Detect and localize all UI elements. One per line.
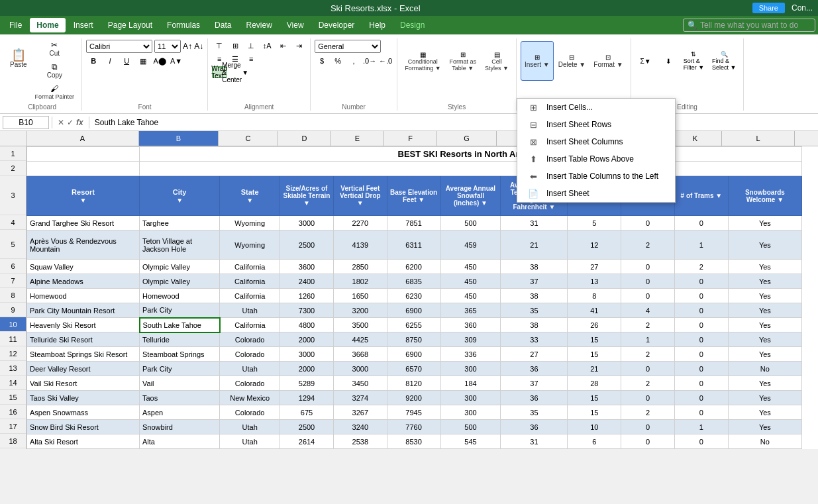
format-painter-button[interactable]: 🖌 Format Painter xyxy=(32,82,78,102)
data-cell[interactable]: 0 xyxy=(675,216,729,230)
data-cell[interactable]: Colorado xyxy=(220,332,280,347)
menu-view[interactable]: View xyxy=(280,18,311,32)
align-right-button[interactable]: ≡ xyxy=(244,53,258,65)
fill-button[interactable]: ⬇ xyxy=(658,41,679,81)
data-cell[interactable]: 6900 xyxy=(387,347,440,362)
data-cell[interactable]: 0 xyxy=(675,318,729,332)
data-cell[interactable]: Yes xyxy=(728,347,801,362)
data-cell[interactable]: 15 xyxy=(568,391,621,405)
underline-button[interactable]: U xyxy=(119,55,134,67)
row-header-6[interactable]: 6 xyxy=(0,259,26,274)
data-cell[interactable]: 2 xyxy=(621,318,675,332)
data-cell[interactable]: Park City Mountain Resort xyxy=(27,303,140,318)
data-cell[interactable]: Utah xyxy=(220,434,280,449)
data-cell[interactable]: Telluride xyxy=(140,332,220,347)
row-header-16[interactable]: 16 xyxy=(0,405,26,419)
data-cell[interactable]: 21 xyxy=(501,230,568,260)
data-cell[interactable]: 3000 xyxy=(280,347,334,362)
data-cell[interactable]: Yes xyxy=(728,230,801,260)
number-format-select[interactable]: General xyxy=(315,40,381,53)
data-cell[interactable]: 41 xyxy=(568,303,621,318)
sum-button[interactable]: Σ▼ xyxy=(635,41,656,81)
border-button[interactable]: ▦ xyxy=(136,55,150,67)
data-cell[interactable]: 500 xyxy=(440,216,501,230)
insert-sheet-rows-item[interactable]: ⊟ Insert Sheet Rows xyxy=(517,116,675,133)
indent-increase-button[interactable]: ⇥ xyxy=(291,40,306,52)
row-header-5[interactable]: 5 xyxy=(0,230,26,259)
merge-center-button[interactable]: Merge & Center ▼ xyxy=(228,66,242,78)
data-cell[interactable]: 31 xyxy=(501,216,568,230)
data-cell[interactable]: 9200 xyxy=(387,391,440,405)
data-cell[interactable]: 4800 xyxy=(280,318,334,332)
data-cell[interactable]: 0 xyxy=(675,332,729,347)
data-cell[interactable]: 26 xyxy=(568,318,621,332)
row-header-14[interactable]: 14 xyxy=(0,376,26,390)
data-cell[interactable]: Targhee xyxy=(140,216,220,230)
row-header-15[interactable]: 15 xyxy=(0,390,26,405)
data-cell[interactable]: 0 xyxy=(675,434,729,449)
percent-button[interactable]: % xyxy=(331,55,345,67)
cut-button[interactable]: ✂ Cut xyxy=(32,38,78,59)
data-cell[interactable]: 2 xyxy=(621,230,675,260)
data-cell[interactable]: 0 xyxy=(675,362,729,376)
row-header-11[interactable]: 11 xyxy=(0,332,26,346)
delete-button[interactable]: ⊟ Delete ▼ xyxy=(555,41,589,81)
data-cell[interactable]: 6255 xyxy=(387,318,440,332)
data-cell[interactable]: 8 xyxy=(568,289,621,303)
data-cell[interactable]: 2538 xyxy=(333,434,387,449)
data-cell[interactable]: Aspen xyxy=(140,405,220,420)
data-cell[interactable]: 0 xyxy=(675,391,729,405)
data-cell[interactable]: 300 xyxy=(440,391,501,405)
indent-decrease-button[interactable]: ⇤ xyxy=(276,40,290,52)
font-size-increase[interactable]: A↑ xyxy=(183,42,192,51)
data-cell[interactable]: Alta Ski Resort xyxy=(27,434,140,449)
data-cell[interactable]: 0 xyxy=(621,274,675,289)
data-cell[interactable]: 31 xyxy=(501,434,568,449)
col-header-d[interactable]: D xyxy=(278,131,331,146)
data-cell[interactable]: Taos Ski Valley xyxy=(27,391,140,405)
data-cell[interactable]: 500 xyxy=(440,420,501,434)
data-cell[interactable]: 0 xyxy=(621,391,675,405)
data-cell[interactable]: Squaw Valley xyxy=(27,260,140,274)
data-cell[interactable]: 450 xyxy=(440,260,501,274)
col-header-a[interactable]: A xyxy=(26,131,139,146)
data-cell[interactable]: 6230 xyxy=(387,289,440,303)
data-cell[interactable]: 10 xyxy=(568,420,621,434)
font-color-button[interactable]: A▼ xyxy=(169,55,183,67)
menu-review[interactable]: Review xyxy=(239,18,278,32)
data-cell[interactable]: 545 xyxy=(440,434,501,449)
data-cell[interactable]: 2 xyxy=(675,260,729,274)
data-cell[interactable]: 2850 xyxy=(333,260,387,274)
data-cell[interactable]: Yes xyxy=(728,303,801,318)
data-cell[interactable]: Utah xyxy=(220,420,280,434)
data-cell[interactable]: 2 xyxy=(621,347,675,362)
data-cell[interactable]: Colorado xyxy=(220,376,280,391)
data-cell[interactable]: Taos xyxy=(140,391,220,405)
data-cell[interactable]: 2 xyxy=(621,376,675,391)
data-cell[interactable]: 7760 xyxy=(387,420,440,434)
data-cell[interactable]: 3668 xyxy=(333,347,387,362)
data-cell[interactable]: 1 xyxy=(675,230,729,260)
cell-a1[interactable] xyxy=(27,147,140,162)
data-cell[interactable]: 0 xyxy=(675,289,729,303)
text-direction-button[interactable]: ↕A xyxy=(260,40,274,52)
data-cell[interactable]: No xyxy=(728,434,801,449)
data-cell[interactable]: 1260 xyxy=(280,289,334,303)
data-cell[interactable]: Colorado xyxy=(220,347,280,362)
data-cell[interactable]: 27 xyxy=(501,347,568,362)
comma-button[interactable]: , xyxy=(346,55,361,67)
data-cell[interactable]: 6900 xyxy=(387,303,440,318)
row-header-17[interactable]: 17 xyxy=(0,419,26,434)
find-select-button[interactable]: 🔍 Find &Select ▼ xyxy=(709,41,739,81)
data-cell[interactable]: Alpine Meadows xyxy=(27,274,140,289)
insert-button[interactable]: ⊞ Insert ▼ xyxy=(521,41,554,81)
data-cell[interactable]: Vail Ski Resort xyxy=(27,376,140,391)
sort-filter-button[interactable]: ⇅ Sort &Filter ▼ xyxy=(680,41,707,81)
data-cell[interactable]: 2614 xyxy=(280,434,334,449)
data-cell[interactable]: 0 xyxy=(621,434,675,449)
data-cell[interactable]: 3267 xyxy=(333,405,387,420)
font-family-select[interactable]: Calibri xyxy=(86,40,152,53)
cell-b1[interactable]: BEST SKI Resorts in North America xyxy=(140,147,802,162)
data-cell[interactable]: 309 xyxy=(440,332,501,347)
data-cell[interactable]: 0 xyxy=(675,347,729,362)
